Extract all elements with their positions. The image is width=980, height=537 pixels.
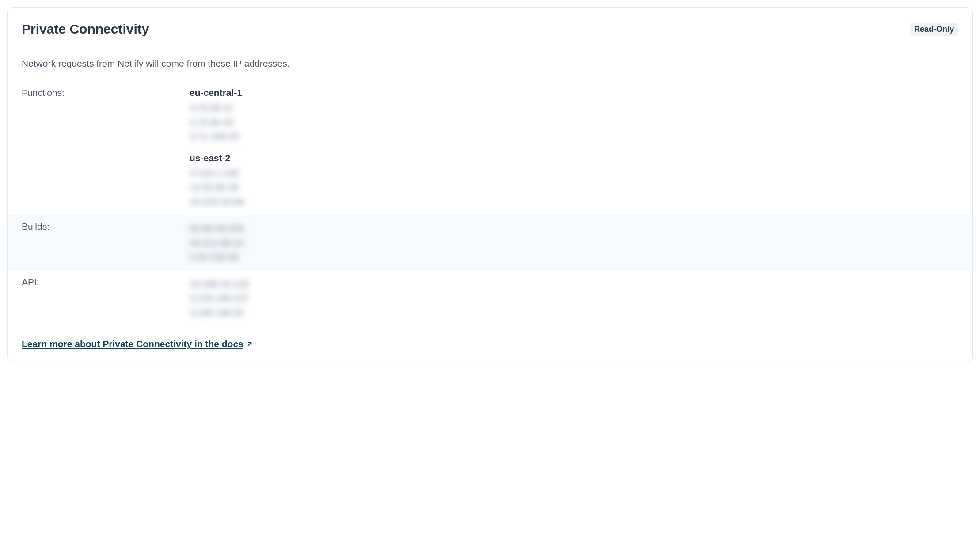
api-label: API: [22, 277, 190, 320]
ip-address: 3.230.198.59 [190, 306, 958, 320]
api-row: API: 18.208.33.128 3.220.186.237 3.230.1… [8, 271, 972, 326]
private-connectivity-panel: Private Connectivity Read-Only Network r… [7, 7, 973, 362]
learn-more-label: Learn more about Private Connectivity in… [22, 339, 243, 349]
functions-value: eu-central-1 3.70.88.41 3.76.80.43 3.71.… [190, 87, 958, 209]
functions-label: Functions: [22, 87, 190, 209]
panel-description: Network requests from Netlify will come … [22, 58, 958, 69]
panel-title: Private Connectivity [22, 22, 149, 37]
region-name: us-east-2 [190, 153, 958, 163]
region-name: eu-central-1 [190, 87, 958, 98]
ip-address: 3.93.239.86 [190, 250, 958, 265]
builds-value: 52.88.49.203 34.212.88.19 3.93.239.86 [190, 221, 958, 265]
ip-address: 3.134.1.108 [190, 166, 958, 181]
ip-address: 13.59.80.39 [190, 180, 958, 195]
api-value: 18.208.33.128 3.220.186.237 3.230.198.59 [190, 277, 958, 320]
region-block: eu-central-1 3.70.88.41 3.76.80.43 3.71.… [190, 87, 958, 144]
ip-address: 3.70.88.41 [190, 101, 958, 115]
region-block: us-east-2 3.134.1.108 13.59.80.39 18.225… [190, 153, 958, 209]
builds-row: Builds: 52.88.49.203 34.212.88.19 3.93.2… [8, 215, 972, 271]
ip-address: 18.208.33.128 [190, 277, 958, 291]
ip-address: 3.220.186.237 [190, 291, 958, 306]
read-only-badge: Read-Only [910, 23, 958, 36]
learn-more-link[interactable]: Learn more about Private Connectivity in… [22, 339, 253, 349]
ip-address: 3.71.109.29 [190, 129, 958, 144]
panel-header: Private Connectivity Read-Only [22, 22, 958, 44]
ip-address: 34.212.88.19 [190, 236, 958, 250]
functions-row: Functions: eu-central-1 3.70.88.41 3.76.… [8, 81, 972, 215]
ip-address: 3.76.80.43 [190, 115, 958, 130]
ip-address: 18.225.33.88 [190, 195, 958, 209]
ip-address: 52.88.49.203 [190, 221, 958, 236]
external-link-icon [246, 340, 253, 348]
svg-line-0 [248, 342, 251, 345]
builds-label: Builds: [22, 221, 190, 265]
